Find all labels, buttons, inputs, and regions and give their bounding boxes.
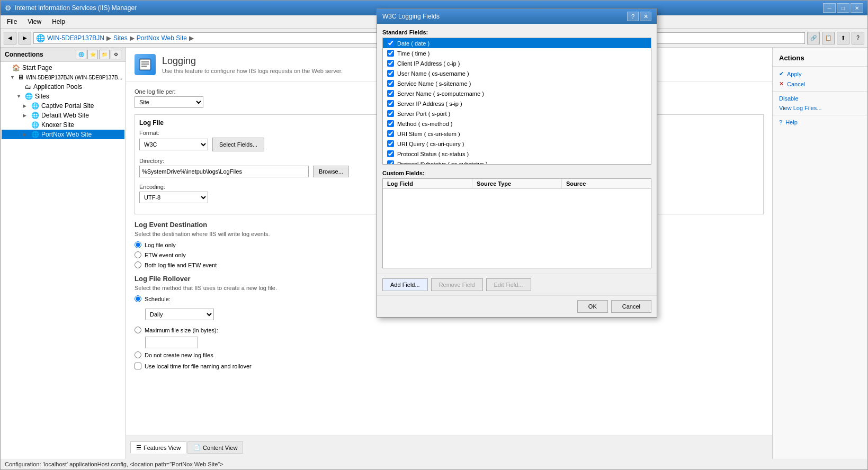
one-log-select[interactable]: Site (135, 96, 203, 108)
format-select[interactable]: W3C (139, 139, 208, 150)
radio-do-not-create[interactable]: Do not create new log files (135, 351, 764, 358)
tree-server[interactable]: ▼ 🖥 WIN-5DE8P137BJN (WIN-5DE8P137B... (2, 73, 124, 82)
conn-btn-4[interactable]: ⚙ (111, 50, 121, 59)
action-separator-1 (773, 91, 867, 92)
dialog-help-button[interactable]: ? (627, 12, 639, 21)
size-input[interactable] (145, 337, 198, 348)
bottom-bar: ☰ Features View 📄 Content View (126, 436, 772, 459)
conn-btn-3[interactable]: 📁 (99, 50, 110, 59)
field-item-12[interactable]: Protocol Substatus ( sc-substatus ) (383, 159, 651, 165)
field-checkbox-4[interactable] (387, 80, 394, 87)
knoxer-label: Knoxer Site (41, 121, 74, 129)
tree-start-page[interactable]: 🏠 Start Page (2, 63, 124, 73)
use-local-time[interactable]: Use local time for file naming and rollo… (135, 363, 764, 369)
field-item-5[interactable]: Server Name ( s-computername ) (383, 88, 651, 98)
menu-file[interactable]: File (3, 16, 21, 27)
help-icon: ? (779, 119, 782, 125)
address-site[interactable]: PortNox Web Site (137, 34, 187, 42)
apply-label: Apply (787, 71, 802, 77)
field-checkbox-2[interactable] (387, 60, 394, 67)
field-item-10[interactable]: URI Query ( cs-uri-query ) (383, 139, 651, 149)
radio-max-size[interactable]: Maximum file size (in bytes): (135, 327, 764, 333)
field-item-2[interactable]: Client IP Address ( c-ip ) (383, 58, 651, 68)
field-item-3[interactable]: User Name ( cs-username ) (383, 68, 651, 78)
apply-icon: ✔ (779, 70, 784, 77)
action-disable[interactable]: Disable (773, 94, 867, 103)
directory-input[interactable]: %SystemDrive%\inetpub\logs\LogFiles (139, 166, 309, 177)
encoding-select[interactable]: UTF-8 (139, 192, 208, 203)
tree-portnox[interactable]: ▶ 🌐 PortNox Web Site (2, 130, 124, 139)
action-help[interactable]: ? Help (773, 118, 867, 127)
portnox-icon: 🌐 (31, 131, 39, 138)
help-label: Help (785, 119, 798, 125)
content-view-tab[interactable]: 📄 Content View (187, 441, 243, 454)
field-item-4[interactable]: Service Name ( s-sitename ) (383, 78, 651, 88)
field-checkbox-5[interactable] (387, 90, 394, 97)
col-source: Source (562, 179, 651, 188)
dialog-cancel-button[interactable]: Cancel (611, 300, 651, 313)
close-button[interactable]: ✕ (851, 3, 863, 13)
field-checkbox-12[interactable] (387, 160, 394, 165)
address-sites[interactable]: Sites (113, 34, 128, 42)
field-checkbox-3[interactable] (387, 70, 394, 77)
remove-field-button[interactable]: Remove Field (431, 278, 483, 291)
field-item-7[interactable]: Server Port ( s-port ) (383, 109, 651, 119)
dialog-ok-button[interactable]: OK (577, 300, 608, 313)
fields-list[interactable]: Date ( date )Time ( time )Client IP Addr… (382, 38, 651, 165)
action-cancel[interactable]: ✕ Cancel (773, 79, 867, 89)
edit-field-button[interactable]: Edit Field... (486, 278, 531, 291)
forward-button[interactable]: ▶ (19, 32, 31, 44)
portnox-label: PortNox Web Site (41, 131, 92, 138)
tree-knoxer[interactable]: 🌐 Knoxer Site (2, 120, 124, 130)
minimize-button[interactable]: ─ (823, 3, 836, 13)
tree-captive[interactable]: ▶ 🌐 Captive Portal Site (2, 101, 124, 111)
field-item-11[interactable]: Protocol Status ( sc-status ) (383, 149, 651, 159)
toolbar-btn-2[interactable]: 📋 (822, 32, 835, 44)
knoxer-icon: 🌐 (31, 121, 39, 129)
address-server[interactable]: WIN-5DE8P137BJN (47, 34, 104, 42)
toolbar-btn-1[interactable]: 🔗 (807, 32, 820, 44)
field-item-8[interactable]: Method ( cs-method ) (383, 119, 651, 129)
field-checkbox-8[interactable] (387, 120, 394, 127)
field-item-1[interactable]: Time ( time ) (383, 48, 651, 58)
field-checkbox-6[interactable] (387, 100, 394, 107)
field-label-11: Protocol Status ( sc-status ) (397, 151, 469, 157)
toolbar-btn-help[interactable]: ? (852, 32, 864, 44)
field-checkbox-0[interactable] (387, 40, 394, 47)
col-source-type: Source Type (472, 179, 562, 188)
page-subtitle: Use this feature to configure how IIS lo… (162, 68, 343, 74)
maximize-button[interactable]: □ (837, 3, 849, 13)
field-checkbox-9[interactable] (387, 130, 394, 137)
add-field-button[interactable]: Add Field... (382, 278, 428, 291)
action-apply[interactable]: ✔ Apply (773, 69, 867, 79)
menu-view[interactable]: View (23, 16, 46, 27)
field-checkbox-11[interactable] (387, 150, 394, 157)
menu-help[interactable]: Help (48, 16, 69, 27)
field-item-6[interactable]: Server IP Address ( s-ip ) (383, 98, 651, 109)
custom-table-header: Log Field Source Type Source (383, 179, 651, 189)
captive-label: Captive Portal Site (41, 102, 94, 110)
field-label-10: URI Query ( cs-uri-query ) (397, 141, 464, 147)
tree-default[interactable]: ▶ 🌐 Default Web Site (2, 111, 124, 120)
browse-button[interactable]: Browse... (313, 166, 349, 177)
field-checkbox-1[interactable] (387, 50, 394, 57)
conn-btn-1[interactable]: 🌐 (76, 50, 86, 59)
schedule-select[interactable]: Daily (145, 309, 214, 320)
center-header-text: Logging Use this feature to configure ho… (162, 56, 343, 74)
svg-rect-0 (140, 59, 150, 70)
field-checkbox-7[interactable] (387, 110, 394, 117)
action-view-log-files[interactable]: View Log Files... (773, 103, 867, 113)
tree-app-pools[interactable]: 🗂 Application Pools (2, 82, 124, 92)
right-panel: Actions ✔ Apply ✕ Cancel Disable View Lo… (772, 48, 867, 459)
select-fields-button[interactable]: Select Fields... (212, 138, 264, 151)
field-checkbox-10[interactable] (387, 140, 394, 147)
features-view-tab[interactable]: ☰ Features View (130, 441, 186, 454)
back-button[interactable]: ◀ (4, 32, 16, 44)
field-item-0[interactable]: Date ( date ) (383, 38, 651, 48)
connections-header: Connections 🌐 ⭐ 📁 ⚙ (1, 48, 126, 62)
field-item-9[interactable]: URI Stem ( cs-uri-stem ) (383, 129, 651, 139)
conn-btn-2[interactable]: ⭐ (87, 50, 98, 59)
dialog-close-button[interactable]: ✕ (640, 12, 651, 21)
tree-sites[interactable]: ▼ 🌐 Sites (2, 92, 124, 101)
toolbar-btn-3[interactable]: ⬆ (837, 32, 849, 44)
